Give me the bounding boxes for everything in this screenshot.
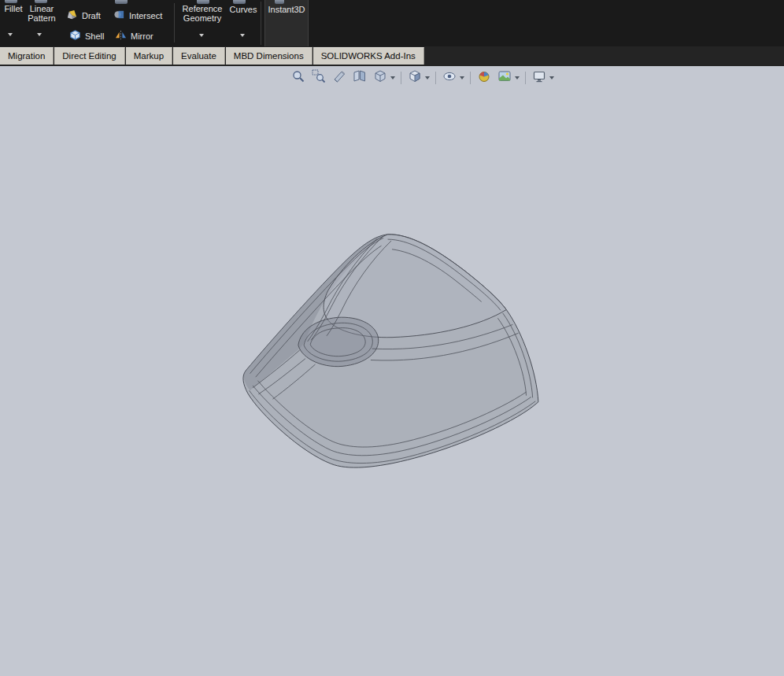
shell-label: Shell (85, 31, 104, 41)
boundary-icon-cropped (115, 0, 128, 4)
hide-show-items-dropdown-arrow-icon[interactable] (460, 76, 464, 79)
apply-scene-button[interactable] (496, 69, 513, 87)
section-view-button[interactable] (331, 69, 348, 87)
tab-migration[interactable]: Migration (0, 47, 54, 65)
curves-button[interactable]: Curves (227, 5, 260, 14)
instant3d-label: Instant3D (265, 5, 308, 14)
hud-separator (435, 72, 436, 84)
hud-separator (470, 72, 471, 84)
edit-appearance-icon (477, 69, 491, 87)
previous-view-icon (353, 69, 367, 87)
linear-pattern-icon-cropped (35, 0, 47, 3)
fillet-icon-cropped (5, 0, 17, 3)
hide-show-items-button[interactable] (441, 69, 458, 87)
hud-separator (525, 72, 526, 84)
intersect-button[interactable]: Intersect (113, 9, 162, 22)
linear-pattern-dropdown-arrow-icon[interactable] (37, 33, 42, 36)
view-settings-dropdown-arrow-icon[interactable] (549, 76, 554, 79)
instant3d-icon-cropped (275, 0, 284, 4)
reference-geometry-button[interactable]: Reference Geometry (178, 4, 227, 23)
command-manager-tab-bar: Migration Direct Editing Markup Evaluate… (0, 46, 784, 66)
tab-mbd-dimensions[interactable]: MBD Dimensions (226, 47, 312, 65)
linear-pattern-button[interactable]: Linear Pattern (25, 4, 58, 23)
view-orientation-dropdown-arrow-icon[interactable] (390, 76, 395, 79)
tab-markup[interactable]: Markup (126, 47, 172, 65)
shell-button[interactable]: Shell (69, 29, 104, 42)
mirror-label: Mirror (131, 31, 153, 41)
ribbon-features: Fillet Linear Pattern Draft Shell (0, 0, 784, 46)
ribbon-group-separator (174, 3, 175, 42)
view-settings-button[interactable] (531, 69, 548, 87)
mouse-body-3d-model[interactable] (0, 66, 784, 676)
graphics-viewport[interactable] (0, 66, 784, 676)
apply-scene-dropdown-arrow-icon[interactable] (515, 76, 520, 79)
zoom-to-area-button[interactable] (310, 69, 327, 87)
view-settings-icon (532, 69, 546, 87)
draft-icon (66, 9, 78, 22)
curves-dropdown-arrow-icon[interactable] (240, 34, 245, 37)
ribbon-group-separator (261, 2, 261, 45)
view-orientation-button[interactable] (372, 69, 389, 87)
shell-icon (69, 29, 81, 42)
tab-direct-editing[interactable]: Direct Editing (54, 47, 124, 65)
fillet-button[interactable]: Fillet (0, 4, 27, 13)
display-style-icon (408, 69, 422, 87)
apply-scene-icon (497, 69, 512, 87)
tab-solidworks-add-ins[interactable]: SOLIDWORKS Add-Ins (313, 47, 424, 65)
instant3d-toggle-button[interactable]: Instant3D (264, 0, 309, 46)
draft-button[interactable]: Draft (66, 9, 101, 22)
edit-appearance-button[interactable] (475, 69, 493, 87)
hide-show-items-icon (442, 69, 457, 87)
section-view-icon (332, 69, 346, 87)
curves-icon-cropped (233, 0, 246, 4)
tab-evaluate[interactable]: Evaluate (173, 47, 225, 65)
reference-geometry-dropdown-arrow-icon[interactable] (199, 34, 204, 37)
zoom-to-fit-button[interactable] (290, 69, 307, 87)
hud-separator (401, 72, 401, 84)
display-style-button[interactable] (406, 69, 423, 87)
solidworks-window: Fillet Linear Pattern Draft Shell (0, 0, 784, 676)
intersect-icon (113, 9, 125, 22)
view-orientation-icon (373, 69, 387, 87)
draft-label: Draft (82, 11, 101, 20)
intersect-label: Intersect (129, 11, 162, 20)
previous-view-button[interactable] (351, 69, 368, 87)
heads-up-toolbar (288, 68, 557, 87)
mirror-button[interactable]: Mirror (115, 29, 153, 42)
zoom-to-area-icon (312, 69, 326, 87)
display-style-dropdown-arrow-icon[interactable] (425, 76, 430, 79)
fillet-dropdown-arrow-icon[interactable] (8, 33, 13, 36)
mirror-icon (115, 29, 127, 42)
zoom-to-fit-icon (291, 69, 305, 87)
